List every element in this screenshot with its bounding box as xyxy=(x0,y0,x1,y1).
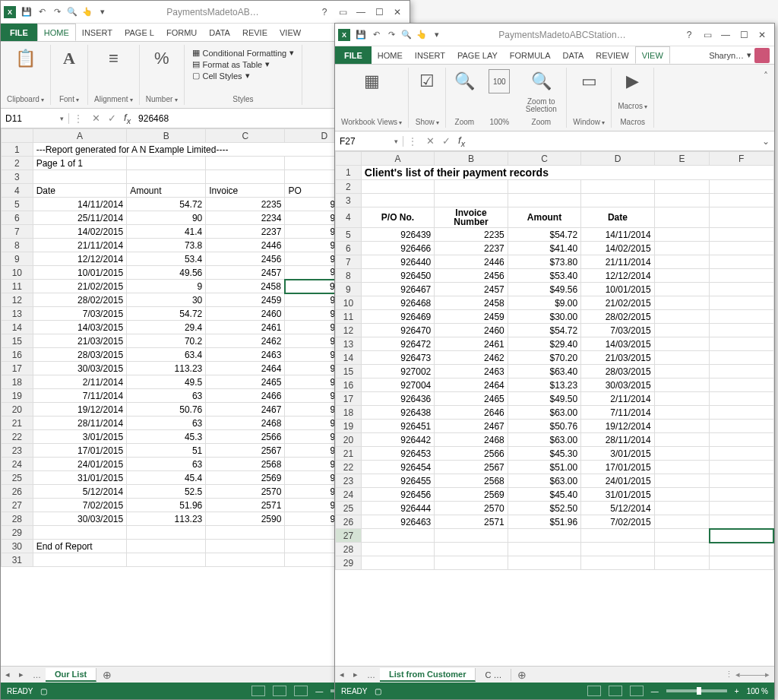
row-header[interactable]: 18 xyxy=(2,375,33,389)
user-account[interactable]: Sharyn… ▾ xyxy=(704,46,774,64)
cell[interactable]: 2458 xyxy=(435,296,508,310)
cell[interactable]: 926439 xyxy=(361,228,434,242)
row-header[interactable]: 29 xyxy=(2,526,33,540)
col-header[interactable]: B xyxy=(127,129,206,143)
cell[interactable]: $54.72 xyxy=(508,324,580,337)
tab-page-layout[interactable]: PAGE LAY xyxy=(451,46,504,64)
cell-styles-button[interactable]: ▢Cell Styles ▾ xyxy=(192,71,250,81)
cell[interactable]: 926454 xyxy=(361,461,434,474)
cell[interactable]: 926436 xyxy=(361,392,434,406)
cell[interactable]: 21/03/2015 xyxy=(33,334,127,348)
page-break-view-icon[interactable] xyxy=(630,686,644,696)
tab-review[interactable]: REVIEW xyxy=(590,46,634,64)
cell[interactable]: Amount xyxy=(127,184,206,198)
row-header[interactable]: 9 xyxy=(336,283,362,296)
cell[interactable]: $13.23 xyxy=(508,379,580,392)
tab-data[interactable]: DATA xyxy=(557,46,590,64)
cell[interactable]: 9 xyxy=(127,280,206,293)
cell[interactable]: $9.00 xyxy=(508,296,580,310)
cell[interactable]: Page 1 of 1 xyxy=(33,157,127,170)
row-header[interactable]: 14 xyxy=(336,351,362,365)
row-header[interactable]: 26 xyxy=(2,485,33,499)
font-icon[interactable]: A xyxy=(57,46,81,71)
page-layout-view-icon[interactable] xyxy=(273,686,286,696)
cell[interactable]: $52.50 xyxy=(508,502,580,515)
cell[interactable]: 2567 xyxy=(206,444,285,458)
cell[interactable]: 28/02/2015 xyxy=(33,293,127,307)
row-header[interactable]: 20 xyxy=(2,403,33,417)
cell[interactable]: 2566 xyxy=(206,430,285,444)
cell[interactable]: 927002 xyxy=(361,365,434,379)
cancel-formula-icon[interactable]: ✕ xyxy=(92,112,100,124)
cell[interactable]: 2467 xyxy=(206,403,285,417)
row-header[interactable]: 8 xyxy=(2,239,33,252)
cell[interactable]: 2463 xyxy=(206,348,285,362)
cell[interactable]: 2463 xyxy=(435,365,508,379)
qat-more-icon[interactable]: ▾ xyxy=(95,5,110,20)
help-icon[interactable]: ? xyxy=(680,26,698,44)
row-header[interactable]: 19 xyxy=(2,389,33,403)
cell[interactable]: 2464 xyxy=(206,362,285,375)
cell[interactable]: 51 xyxy=(127,444,206,458)
page-break-view-icon[interactable] xyxy=(294,686,308,696)
cell[interactable]: 926472 xyxy=(361,337,434,351)
col-header[interactable]: A xyxy=(33,129,127,143)
cell[interactable]: 926470 xyxy=(361,324,434,337)
save-icon[interactable]: 💾 xyxy=(19,5,34,20)
cell[interactable]: $41.40 xyxy=(508,242,580,255)
cell[interactable]: 24/01/2015 xyxy=(33,458,127,471)
row-header[interactable]: 28 xyxy=(336,543,362,556)
touch-mode-icon[interactable]: 👆 xyxy=(80,5,95,20)
row-header[interactable]: 7 xyxy=(336,255,362,269)
cell[interactable]: 926455 xyxy=(361,474,434,488)
cell[interactable]: 10/01/2015 xyxy=(581,283,654,296)
cell[interactable]: 31/01/2015 xyxy=(581,488,654,502)
conditional-formatting-button[interactable]: ▦Conditional Formatting ▾ xyxy=(192,48,295,58)
cell[interactable]: 113.23 xyxy=(127,512,206,526)
cell[interactable]: $63.00 xyxy=(508,474,580,488)
cell[interactable]: 2237 xyxy=(206,225,285,239)
cell[interactable]: 2465 xyxy=(435,392,508,406)
row-header[interactable]: 3 xyxy=(2,170,33,184)
tab-home[interactable]: HOME xyxy=(372,46,409,64)
cell[interactable]: 21/02/2015 xyxy=(33,280,127,293)
row-header[interactable]: 12 xyxy=(2,293,33,307)
cell[interactable]: Date xyxy=(581,207,654,228)
sheet-tab-our-list[interactable]: Our List xyxy=(46,668,96,682)
row-header[interactable]: 30 xyxy=(2,540,33,553)
row-header[interactable]: 10 xyxy=(2,266,33,280)
normal-view-icon[interactable] xyxy=(251,686,265,696)
cell[interactable]: 14/03/2015 xyxy=(33,321,127,334)
cell[interactable]: 19/12/2014 xyxy=(33,403,127,417)
window-icon[interactable]: ▭ xyxy=(577,69,601,93)
row-header[interactable]: 5 xyxy=(336,228,362,242)
cell[interactable]: 30/03/2015 xyxy=(33,362,127,375)
row-header[interactable]: 1 xyxy=(336,166,362,180)
cell[interactable]: 2568 xyxy=(206,458,285,471)
row-header[interactable]: 4 xyxy=(336,207,362,228)
maximize-icon[interactable]: ☐ xyxy=(370,3,388,21)
row-header[interactable]: 27 xyxy=(2,499,33,512)
row-header[interactable]: 17 xyxy=(2,362,33,375)
cell[interactable]: 7/11/2014 xyxy=(581,406,654,420)
cell[interactable]: 2459 xyxy=(435,310,508,324)
cell[interactable]: 2570 xyxy=(206,485,285,499)
row-header[interactable]: 29 xyxy=(336,556,362,570)
cell[interactable]: Invoice Number xyxy=(435,207,508,228)
enter-formula-icon[interactable]: ✓ xyxy=(108,112,116,124)
cell[interactable]: 2570 xyxy=(435,502,508,515)
zoom-selection-icon[interactable]: 🔍 xyxy=(529,69,553,93)
sheet-nav-prev[interactable]: ◂ xyxy=(1,670,14,679)
cell[interactable]: 12/12/2014 xyxy=(581,269,654,283)
macro-record-icon[interactable]: ▢ xyxy=(375,687,381,695)
cell[interactable]: 2460 xyxy=(206,307,285,321)
cell[interactable]: 2571 xyxy=(435,515,508,529)
grid-area-2[interactable]: ABCDEF1Client's list of their payment re… xyxy=(335,151,774,666)
cell[interactable]: 28/03/2015 xyxy=(581,365,654,379)
tab-file[interactable]: FILE xyxy=(335,46,372,64)
row-header[interactable]: 31 xyxy=(2,553,33,567)
select-all[interactable] xyxy=(2,129,33,143)
cell[interactable]: 926450 xyxy=(361,269,434,283)
formula-input-2[interactable] xyxy=(473,136,753,147)
cell[interactable]: 2571 xyxy=(206,499,285,512)
